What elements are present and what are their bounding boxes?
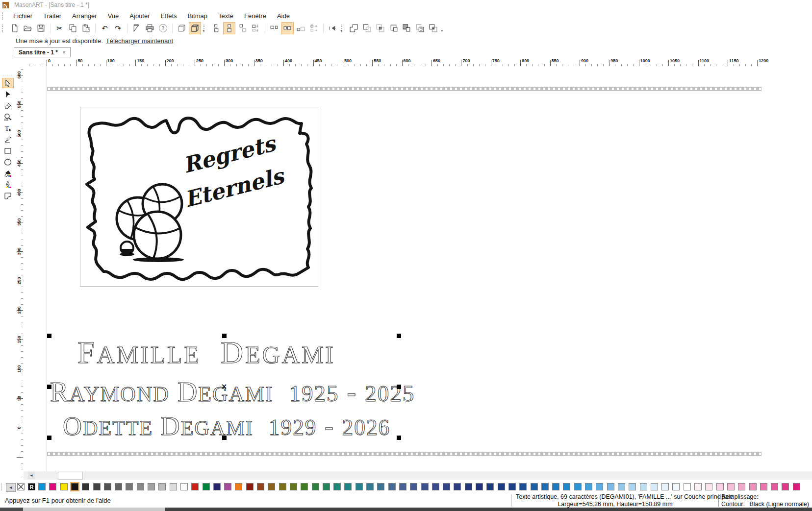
- color-swatch[interactable]: [366, 483, 374, 490]
- color-swatch[interactable]: [104, 483, 111, 490]
- color-swatch[interactable]: [727, 483, 735, 490]
- color-swatch[interactable]: [552, 483, 559, 490]
- align-left-squares-button[interactable]: [210, 22, 222, 34]
- color-swatch[interactable]: [508, 483, 516, 490]
- tab-close-icon[interactable]: ×: [62, 49, 66, 56]
- color-swatch[interactable]: [388, 483, 396, 490]
- color-swatch[interactable]: [443, 483, 450, 490]
- color-swatch[interactable]: [49, 483, 56, 490]
- outline-tool-button[interactable]: [2, 179, 14, 190]
- ellipse-tool-button[interactable]: [2, 157, 14, 167]
- selection-handle[interactable]: [397, 385, 401, 389]
- color-swatch[interactable]: [203, 483, 210, 490]
- color-swatch[interactable]: [760, 483, 767, 490]
- color-swatch[interactable]: [38, 483, 46, 490]
- color-swatch[interactable]: [344, 483, 352, 490]
- color-swatch[interactable]: [180, 483, 188, 490]
- eraser-tool-button[interactable]: [2, 100, 14, 111]
- selection-handle[interactable]: [397, 436, 401, 440]
- color-swatch[interactable]: [377, 483, 384, 490]
- color-swatch[interactable]: [519, 483, 527, 490]
- color-swatch[interactable]: [716, 483, 724, 490]
- color-swatch[interactable]: [355, 483, 363, 490]
- redo-arrow-button[interactable]: ↷: [112, 22, 124, 34]
- color-swatch[interactable]: [246, 483, 254, 490]
- color-swatch[interactable]: [410, 483, 417, 490]
- color-swatch[interactable]: [71, 483, 78, 490]
- color-swatch[interactable]: [618, 483, 625, 490]
- selection-handle[interactable]: [397, 334, 401, 338]
- selection-handle[interactable]: [222, 334, 227, 338]
- parchment-clipart[interactable]: Regrets Eternels: [80, 107, 317, 286]
- cut-scissors-button[interactable]: ✂: [53, 22, 66, 34]
- color-swatch[interactable]: [531, 483, 538, 490]
- cube-wireframe-button[interactable]: [176, 22, 188, 34]
- selection-center-marker[interactable]: ×: [221, 383, 228, 390]
- menu-bitmap[interactable]: Bitmap: [182, 11, 213, 21]
- color-swatch[interactable]: [158, 483, 166, 490]
- menu-arranger[interactable]: Arranger: [67, 11, 102, 21]
- color-swatch[interactable]: [290, 483, 297, 490]
- color-swatch[interactable]: [137, 483, 144, 490]
- color-swatch[interactable]: [651, 483, 658, 490]
- color-swatch[interactable]: [148, 483, 155, 490]
- toolbox-grip[interactable]: ·····: [3, 73, 13, 77]
- distribute-spacing-squares-button[interactable]: [308, 22, 320, 34]
- undo-arrow-button[interactable]: ↶: [99, 22, 111, 34]
- trim-shapes-button[interactable]: [361, 22, 373, 34]
- print-button[interactable]: [144, 22, 156, 34]
- color-swatch[interactable]: [465, 483, 472, 490]
- color-swatch[interactable]: [170, 483, 177, 490]
- color-swatch[interactable]: [421, 483, 429, 490]
- open-folder-button[interactable]: [22, 22, 34, 34]
- color-swatch[interactable]: [684, 483, 691, 490]
- rectangle-tool-button[interactable]: [2, 146, 14, 156]
- menu-aide[interactable]: Aide: [272, 11, 295, 21]
- front-minus-back-shapes-button[interactable]: [414, 22, 426, 34]
- engraving-text-line[interactable]: FAMILLE DEGAMI: [77, 337, 335, 368]
- color-swatch[interactable]: [640, 483, 647, 490]
- color-swatch[interactable]: [60, 483, 68, 490]
- distribute-vertical-squares-button[interactable]: [250, 22, 262, 34]
- copy-pages-button[interactable]: [67, 22, 79, 34]
- color-swatch[interactable]: [257, 483, 264, 490]
- color-swatch[interactable]: [115, 483, 122, 490]
- color-swatch[interactable]: [213, 483, 221, 490]
- no-color-swatch[interactable]: [17, 483, 25, 490]
- color-swatch[interactable]: [454, 483, 461, 490]
- color-swatch[interactable]: [333, 483, 341, 490]
- color-swatch[interactable]: [93, 483, 101, 490]
- engraving-text-line[interactable]: ODETTE DEGAMI 1929 - 2026: [63, 413, 390, 439]
- color-swatch[interactable]: [738, 483, 745, 490]
- new-document-button[interactable]: [8, 22, 21, 34]
- menu-texte[interactable]: Texte: [213, 11, 239, 21]
- color-swatch[interactable]: [541, 483, 549, 490]
- pick-tool-button[interactable]: [2, 78, 14, 88]
- menu-ajouter[interactable]: Ajouter: [124, 11, 155, 21]
- engraving-text-line[interactable]: RAYMOND DEGAMI 1925 - 2025: [50, 378, 415, 406]
- save-floppy-button[interactable]: [35, 22, 47, 34]
- equal-size-squares-button[interactable]: [281, 22, 294, 34]
- palette-scroll-left-button[interactable]: ◄: [6, 483, 16, 492]
- size-width-squares-button[interactable]: [268, 22, 280, 34]
- color-swatch[interactable]: [312, 483, 319, 490]
- corner-shape-tool-button[interactable]: [2, 191, 14, 201]
- color-swatch[interactable]: [126, 483, 133, 490]
- intersect-shapes-button[interactable]: [374, 22, 386, 34]
- dropdown-caret-icon[interactable]: ▾: [340, 29, 342, 33]
- selection-handle[interactable]: [47, 436, 51, 440]
- align-spread-squares-button[interactable]: [236, 22, 249, 34]
- color-swatch[interactable]: [793, 483, 800, 490]
- scroll-left-arrow[interactable]: ◄: [28, 472, 35, 479]
- registration-color-swatch[interactable]: R: [28, 483, 35, 490]
- toolbar-grip[interactable]: [2, 24, 5, 32]
- menu-fenêtre[interactable]: Fenêtre: [239, 11, 272, 21]
- color-swatch[interactable]: [301, 483, 308, 490]
- dropdown-caret-icon[interactable]: ▾: [441, 29, 443, 33]
- freehand-tool-button[interactable]: [2, 134, 14, 145]
- shape-edit-tool-button[interactable]: [2, 89, 14, 99]
- menubar-grip[interactable]: [2, 12, 5, 20]
- color-swatch[interactable]: [498, 483, 505, 490]
- color-swatch[interactable]: [476, 483, 483, 490]
- color-swatch[interactable]: [235, 483, 242, 490]
